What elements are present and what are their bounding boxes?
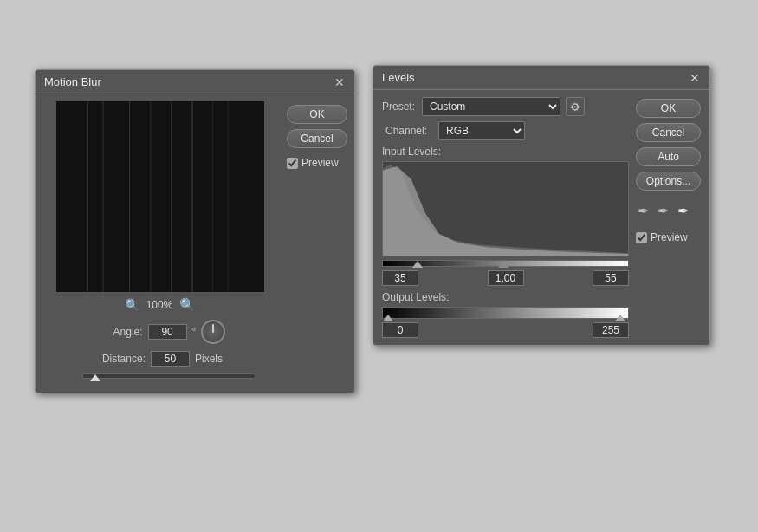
angle-row: Angle: ° [87, 316, 235, 347]
channel-select[interactable]: RGB [438, 121, 525, 140]
output-values-row [382, 322, 629, 338]
gray-eyedropper-button[interactable]: ✒ [656, 201, 671, 221]
input-mid-thumb[interactable] [498, 261, 509, 268]
input-shadow-value[interactable] [382, 270, 418, 286]
output-levels-label: Output Levels: [382, 291, 629, 303]
black-eyedropper-button[interactable]: ✒ [636, 201, 651, 221]
levels-main: Preset: Custom ⚙ Channel: RGB Input Leve… [382, 97, 629, 338]
zoom-out-icon[interactable]: 🔍 [125, 298, 139, 312]
motion-blur-preview [56, 101, 264, 292]
preset-row: Preset: Custom ⚙ [382, 97, 629, 116]
histogram [382, 161, 629, 256]
motion-blur-content: 🔍 100% 🔍 Angle: ° Distance: Pixels [36, 94, 354, 393]
distance-slider-thumb[interactable] [90, 374, 100, 381]
input-mid-value[interactable] [488, 270, 524, 286]
eyedropper-tools: ✒ ✒ ✒ [636, 201, 701, 221]
output-levels-section: Output Levels: [382, 291, 629, 338]
distance-input[interactable] [151, 351, 190, 367]
levels-buttons: OK Cancel Auto Options... ✒ ✒ ✒ Preview [636, 97, 701, 338]
levels-close-button[interactable]: ✕ [689, 72, 701, 84]
motion-blur-preview-label: Preview [301, 157, 339, 169]
degree-symbol: ° [192, 326, 197, 338]
motion-blur-preview-check[interactable]: Preview [287, 157, 347, 169]
levels-title: Levels [382, 71, 415, 84]
levels-auto-button[interactable]: Auto [636, 147, 701, 166]
zoom-controls: 🔍 100% 🔍 [125, 292, 197, 316]
preset-select[interactable]: Custom [422, 97, 560, 116]
zoom-value: 100% [146, 299, 173, 311]
levels-dialog: Levels ✕ Preset: Custom ⚙ Channel: RGB I… [373, 65, 710, 346]
levels-preview-checkbox[interactable] [636, 232, 647, 243]
output-highlight-value[interactable] [593, 322, 629, 338]
distance-slider-track[interactable] [82, 373, 256, 379]
output-shadow-thumb[interactable] [383, 315, 393, 321]
levels-preview-label: Preview [651, 231, 688, 243]
output-shadow-value[interactable] [382, 322, 418, 338]
input-values-row [382, 270, 629, 286]
motion-blur-titlebar: Motion Blur ✕ [36, 70, 354, 94]
angle-dial[interactable] [201, 320, 225, 344]
levels-options-button[interactable]: Options... [636, 172, 701, 191]
motion-blur-dialog: Motion Blur ✕ 🔍 100% 🔍 [35, 69, 355, 393]
motion-blur-cancel-button[interactable]: Cancel [287, 129, 347, 148]
input-highlight-value[interactable] [593, 270, 629, 286]
channel-row: Channel: RGB [385, 121, 629, 140]
motion-blur-preview-checkbox[interactable] [287, 158, 298, 169]
levels-ok-button[interactable]: OK [636, 99, 701, 118]
gear-button[interactable]: ⚙ [566, 97, 585, 116]
motion-blur-buttons: OK Cancel Preview [287, 101, 347, 386]
output-highlight-thumb[interactable] [615, 315, 625, 321]
distance-label: Distance: [98, 353, 146, 365]
motion-blur-close-button[interactable]: ✕ [334, 76, 346, 88]
distance-row: Distance: Pixels [89, 347, 231, 370]
input-slider-track[interactable] [382, 260, 629, 267]
levels-content: Preset: Custom ⚙ Channel: RGB Input Leve… [373, 90, 709, 345]
zoom-in-icon[interactable]: 🔍 [179, 297, 196, 313]
angle-input[interactable] [148, 324, 187, 340]
levels-titlebar: Levels ✕ [373, 66, 709, 90]
pixels-label: Pixels [195, 353, 223, 365]
levels-preview-check[interactable]: Preview [636, 231, 701, 243]
output-gradient-track[interactable] [382, 307, 629, 319]
channel-label: Channel: [385, 125, 433, 137]
motion-blur-title: Motion Blur [44, 75, 101, 88]
angle-label: Angle: [95, 326, 143, 338]
distance-slider-row [56, 370, 264, 386]
input-levels-label: Input Levels: [382, 146, 629, 158]
histogram-svg [383, 162, 628, 256]
white-eyedropper-button[interactable]: ✒ [676, 201, 690, 221]
input-shadow-thumb[interactable] [412, 261, 423, 268]
levels-cancel-button[interactable]: Cancel [636, 123, 701, 142]
preset-label: Preset: [382, 101, 417, 113]
motion-blur-ok-button[interactable]: OK [287, 105, 347, 124]
